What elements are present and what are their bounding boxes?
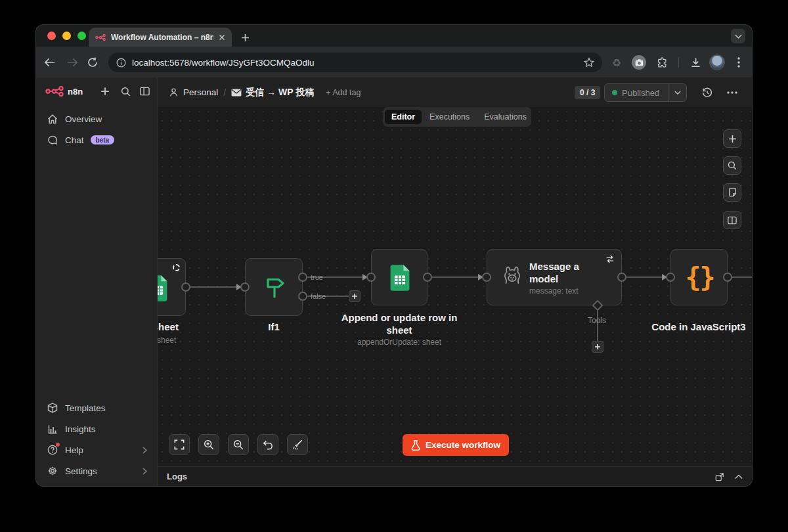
back-button[interactable] [41, 55, 57, 70]
workflow-canvas[interactable]: Personal / 受信 → WP 投稿 + Add tag 0 / 3 Pu… [158, 78, 752, 486]
node-label: ) in sheet [158, 321, 209, 333]
input-port[interactable] [240, 282, 250, 292]
node-subtitle: sheet [158, 336, 209, 345]
browser-tab[interactable]: Workflow Automation – n8n [89, 28, 232, 47]
extensions-puzzle-icon[interactable] [654, 55, 670, 70]
browser-menu-icon[interactable] [731, 55, 747, 70]
insights-chart-icon [47, 424, 58, 434]
output-port[interactable] [723, 273, 732, 282]
chevron-down-icon [674, 91, 681, 95]
output-port-true[interactable] [298, 273, 307, 282]
zoom-window-button[interactable] [77, 32, 86, 40]
execute-workflow-button[interactable]: Execute workflow [403, 434, 509, 456]
minimize-window-button[interactable] [62, 32, 71, 40]
node-label: Message a model [529, 260, 608, 285]
node-if1[interactable] [245, 258, 303, 316]
close-window-button[interactable] [47, 32, 56, 40]
add-node-button[interactable] [723, 129, 741, 148]
tidy-up-button[interactable] [287, 434, 308, 455]
sidebar-item-overview[interactable]: Overview [41, 109, 152, 129]
zoom-out-button[interactable] [228, 434, 249, 455]
logs-panel[interactable]: Logs [158, 466, 752, 486]
fit-view-button[interactable] [169, 434, 190, 455]
sidebar-item-label: Overview [65, 114, 102, 124]
input-port[interactable] [482, 273, 491, 282]
sidebar-item-label: Settings [65, 466, 97, 476]
search-button[interactable] [118, 84, 133, 99]
new-tab-button[interactable] [238, 31, 252, 44]
chevron-right-icon [142, 447, 147, 454]
url-bar[interactable]: localhost:5678/workflow/JSyGFt3OCMQaOdlu [108, 53, 602, 72]
canvas-search-button[interactable] [723, 156, 741, 175]
extension-recycle-icon[interactable]: ♻ [609, 55, 624, 70]
workflow-menu-icon[interactable] [726, 87, 738, 99]
code-braces-icon: {} [671, 259, 728, 296]
bookmark-star-icon[interactable] [584, 57, 594, 68]
n8n-logo[interactable]: n8n [45, 83, 83, 100]
notification-dot [56, 443, 60, 447]
sync-indicator-icon [173, 264, 180, 271]
tab-editor[interactable]: Editor [385, 110, 422, 124]
sidebar-item-templates[interactable]: Templates [41, 398, 152, 418]
chevron-up-icon[interactable] [735, 474, 743, 479]
sidebar-item-chat[interactable]: Chat beta [41, 130, 152, 150]
site-info-icon[interactable] [116, 58, 126, 68]
toolbar-separator [678, 57, 679, 68]
sidebar-item-help[interactable]: Help [41, 440, 152, 460]
output-port[interactable] [617, 273, 626, 282]
download-icon[interactable] [688, 55, 703, 70]
add-workflow-button[interactable] [98, 84, 112, 99]
node-code-in-javascript3[interactable]: {} [670, 249, 728, 305]
zoom-in-button[interactable] [198, 434, 219, 455]
workflow-history-icon[interactable] [701, 87, 713, 99]
node-label: Code in JavaScript3 [633, 321, 752, 333]
add-node-from-false-button[interactable] [349, 290, 361, 302]
sidebar-item-settings[interactable]: Settings [41, 461, 152, 481]
chevron-right-icon [142, 468, 147, 475]
output-port-false[interactable] [298, 292, 307, 301]
brand-name: n8n [68, 87, 83, 97]
add-tag-button[interactable]: + Add tag [326, 88, 361, 97]
n8n-logo-icon [45, 86, 64, 97]
chat-bubble-icon [47, 135, 58, 145]
output-port[interactable] [423, 273, 432, 282]
tab-executions[interactable]: Executions [423, 110, 476, 124]
flask-icon [411, 440, 420, 451]
published-button[interactable]: Published [604, 83, 687, 102]
retry-loop-icon [605, 255, 615, 263]
reload-button[interactable] [85, 55, 100, 70]
input-port[interactable] [666, 273, 675, 282]
profile-avatar[interactable] [709, 55, 725, 70]
workflow-name-text: 受信 → WP 投稿 [246, 87, 314, 99]
llama-icon [498, 263, 527, 292]
sticky-note-button[interactable] [723, 183, 741, 202]
close-tab-icon[interactable] [219, 34, 225, 41]
tab-evaluations[interactable]: Evaluations [477, 110, 533, 124]
sidebar-item-insights[interactable]: Insights [41, 419, 152, 439]
published-status-dot [612, 90, 617, 95]
browser-tabstrip: Workflow Automation – n8n [36, 25, 752, 47]
project-name[interactable]: Personal [183, 87, 218, 97]
split-panel-button[interactable] [723, 211, 741, 229]
beta-badge: beta [91, 135, 115, 144]
person-icon [169, 88, 178, 97]
output-port[interactable] [181, 282, 190, 292]
connection-line-false [303, 296, 350, 297]
collapse-sidebar-button[interactable] [137, 84, 152, 99]
workflow-name[interactable]: 受信 → WP 投稿 [231, 87, 314, 99]
url-text[interactable]: localhost:5678/workflow/JSyGFt3OCMQaOdlu [132, 58, 578, 68]
forward-button[interactable] [64, 55, 80, 70]
undo-button[interactable] [257, 434, 278, 455]
tab-search-chevron-button[interactable] [731, 29, 745, 43]
node-message-a-model[interactable]: Message a model message: text [487, 249, 622, 305]
browser-window: Workflow Automation – n8n localhost:5678… [36, 25, 752, 486]
node-append-or-update-row[interactable] [371, 249, 427, 305]
add-tool-button[interactable] [592, 341, 603, 353]
input-port[interactable] [366, 273, 376, 282]
sidebar-item-label: Insights [65, 424, 96, 434]
templates-box-icon [47, 403, 58, 413]
published-dropdown[interactable] [668, 84, 686, 101]
open-logs-popup-icon[interactable] [715, 472, 724, 481]
tool-connection-line [597, 311, 598, 341]
screenshot-camera-icon[interactable] [631, 55, 647, 70]
